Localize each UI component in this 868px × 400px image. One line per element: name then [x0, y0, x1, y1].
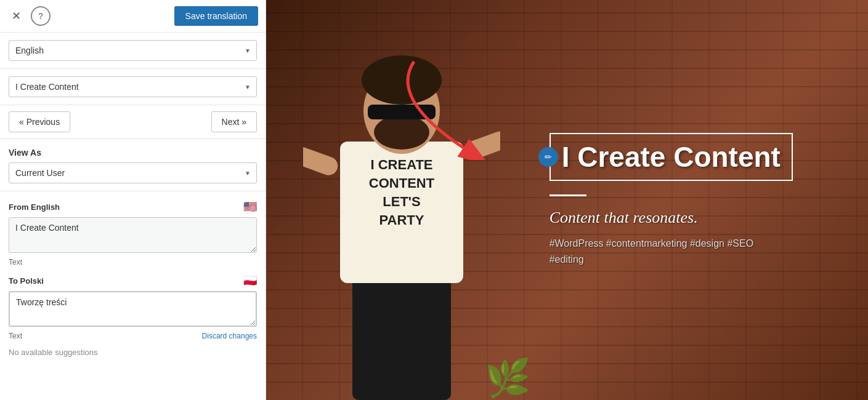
nav-buttons: « Previous Next » — [0, 105, 266, 139]
next-button[interactable]: Next » — [211, 111, 257, 132]
source-textarea[interactable] — [9, 217, 257, 253]
translation-section: From English 🇺🇸 Text To Polski 🇵🇱 Text D… — [0, 191, 266, 400]
source-type-label: Text — [9, 258, 257, 266]
from-label-row: From English 🇺🇸 — [9, 200, 257, 214]
language-select[interactable]: English — [9, 40, 257, 61]
hero-hashtags: #WordPress #contentmarketing #design #SE… — [550, 236, 831, 267]
discard-changes-link[interactable]: Discard changes — [202, 332, 257, 340]
view-as-select-wrapper: Current User — [9, 162, 257, 183]
view-as-section: View As Current User — [0, 139, 266, 191]
left-panel: ✕ ? Save translation English I Create Co… — [0, 0, 266, 400]
save-translation-button[interactable]: Save translation — [174, 6, 258, 26]
from-language-label: From English — [9, 202, 60, 212]
hero-title: I Create Content — [562, 141, 781, 173]
right-panel: I CREATE CONTENT LET'S PARTY 🌿 ✏ I Creat… — [266, 0, 868, 400]
target-footer: Text Discard changes — [9, 332, 257, 340]
svg-text:CONTENT: CONTENT — [369, 175, 435, 191]
target-type-label: Text — [9, 332, 22, 340]
plant-decoration: 🌿 — [485, 356, 531, 400]
content-select-wrapper: I Create Content — [9, 76, 257, 97]
content-section: I Create Content — [0, 69, 266, 105]
hero-title-container: ✏ I Create Content — [550, 133, 831, 181]
from-flag: 🇺🇸 — [243, 200, 257, 214]
edit-icon-button[interactable]: ✏ — [538, 147, 558, 167]
svg-text:LET'S: LET'S — [383, 194, 420, 209]
hero-tagline: Content that resonates. — [550, 209, 831, 227]
target-textarea[interactable] — [9, 291, 257, 327]
view-as-select[interactable]: Current User — [9, 162, 257, 183]
view-as-label: View As — [9, 148, 257, 158]
suggestions-label: No available suggestions — [9, 348, 257, 357]
to-flag: 🇵🇱 — [243, 274, 257, 287]
to-label-row: To Polski 🇵🇱 — [9, 274, 257, 287]
close-button[interactable]: ✕ — [7, 7, 25, 25]
help-button[interactable]: ? — [31, 6, 51, 26]
svg-text:PARTY: PARTY — [379, 212, 424, 228]
content-select[interactable]: I Create Content — [9, 76, 257, 97]
language-section: English — [0, 33, 266, 69]
svg-rect-11 — [303, 145, 340, 178]
hero-content: ✏ I Create Content Content that resonate… — [537, 0, 868, 400]
hero-divider — [550, 194, 586, 196]
language-select-wrapper: English — [9, 40, 257, 61]
top-bar: ✕ ? Save translation — [0, 0, 266, 33]
hero-title-box-wrapper: ✏ I Create Content — [550, 133, 793, 181]
red-arrow — [365, 49, 537, 160]
to-language-label: To Polski — [9, 276, 44, 286]
previous-button[interactable]: « Previous — [9, 111, 70, 132]
hero-title-border-box: I Create Content — [550, 133, 793, 181]
